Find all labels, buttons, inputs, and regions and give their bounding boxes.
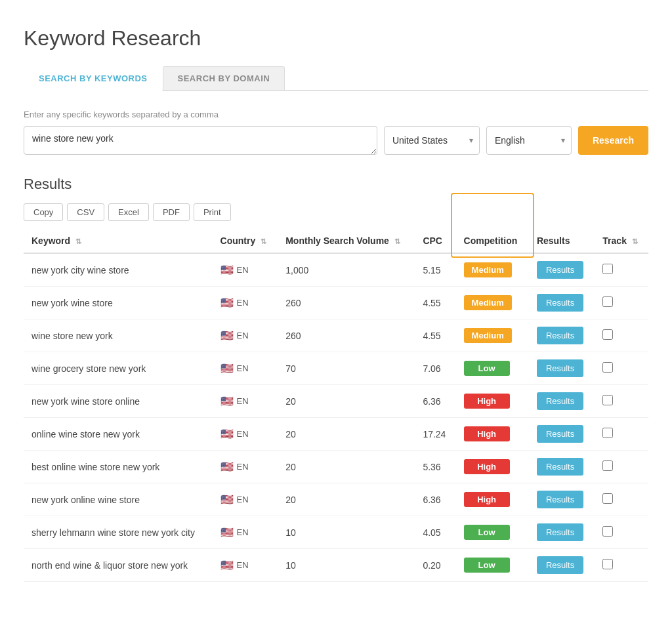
results-action-button[interactable]: Results <box>537 523 583 541</box>
cell-keyword: new york wine store online <box>24 385 213 418</box>
cell-country: 🇺🇸EN <box>213 549 278 582</box>
lang-label: EN <box>237 265 249 275</box>
track-checkbox[interactable] <box>602 362 613 373</box>
search-row: wine store new york United States United… <box>24 126 648 155</box>
cell-results-action: Results <box>529 253 595 287</box>
results-action-button[interactable]: Results <box>537 392 583 410</box>
cell-volume: 70 <box>278 352 415 385</box>
lang-label: EN <box>237 462 249 472</box>
competition-badge: Medium <box>464 262 512 277</box>
cell-country: 🇺🇸EN <box>213 516 278 549</box>
cell-country: 🇺🇸EN <box>213 483 278 516</box>
track-checkbox[interactable] <box>602 428 613 438</box>
country-select-wrapper: United States United Kingdom Canada Aust… <box>384 126 480 155</box>
print-button[interactable]: Print <box>194 203 231 221</box>
track-checkbox[interactable] <box>602 329 613 340</box>
sort-icon-keyword[interactable]: ⇅ <box>75 237 81 246</box>
cell-volume: 260 <box>278 287 415 319</box>
cell-keyword: online wine store new york <box>24 418 213 451</box>
sort-icon-country[interactable]: ⇅ <box>261 237 266 246</box>
table-row: north end wine & liquor store new york🇺🇸… <box>24 549 648 582</box>
results-table: Keyword ⇅ Country ⇅ Monthly Search Volum… <box>24 229 648 582</box>
lang-label: EN <box>237 560 249 570</box>
cell-competition: Low <box>456 516 529 549</box>
flag-icon: 🇺🇸 <box>220 329 234 342</box>
cell-volume: 20 <box>278 385 415 418</box>
cell-volume: 260 <box>278 319 415 352</box>
search-label: Enter any specific keywords separated by… <box>24 110 648 119</box>
results-section: Results Copy CSV Excel PDF Print Keyword… <box>24 176 648 582</box>
cell-volume: 10 <box>278 549 415 582</box>
track-checkbox[interactable] <box>602 493 613 504</box>
keyword-input[interactable]: wine store new york <box>24 126 377 155</box>
col-header-competition: Competition <box>456 229 529 253</box>
track-checkbox[interactable] <box>602 296 613 307</box>
cell-track <box>595 352 648 385</box>
track-checkbox[interactable] <box>602 559 613 569</box>
results-action-button[interactable]: Results <box>537 327 583 344</box>
track-checkbox[interactable] <box>602 264 613 274</box>
cell-competition: Low <box>456 549 529 582</box>
lang-label: EN <box>237 363 249 373</box>
results-action-button[interactable]: Results <box>537 294 583 312</box>
lang-label: EN <box>237 331 249 340</box>
competition-badge: Low <box>464 558 510 573</box>
results-action-button[interactable]: Results <box>537 425 583 443</box>
results-action-button[interactable]: Results <box>537 458 583 476</box>
results-action-button[interactable]: Results <box>537 491 583 508</box>
cell-competition: Medium <box>456 287 529 319</box>
cell-volume: 10 <box>278 516 415 549</box>
table-row: online wine store new york🇺🇸EN2017.24Hig… <box>24 418 648 451</box>
cell-competition: High <box>456 418 529 451</box>
track-checkbox[interactable] <box>602 526 613 537</box>
cell-country: 🇺🇸EN <box>213 287 278 319</box>
table-row: wine store new york🇺🇸EN2604.55MediumResu… <box>24 319 648 352</box>
results-title: Results <box>24 176 648 193</box>
col-header-track: Track ⇅ <box>595 229 648 253</box>
results-action-button[interactable]: Results <box>537 261 583 279</box>
tab-search-keywords[interactable]: Search by Keywords <box>24 66 163 91</box>
cell-keyword: best online wine store new york <box>24 451 213 483</box>
cell-competition: Medium <box>456 253 529 287</box>
sort-icon-volume[interactable]: ⇅ <box>394 237 400 246</box>
cell-keyword: new york city wine store <box>24 253 213 287</box>
language-select[interactable]: English Spanish French German <box>486 126 572 155</box>
tab-search-domain[interactable]: Search by Domain <box>163 66 285 90</box>
pdf-button[interactable]: PDF <box>153 203 190 221</box>
track-checkbox[interactable] <box>602 460 613 471</box>
cell-cpc: 17.24 <box>415 418 455 451</box>
flag-icon: 🇺🇸 <box>220 460 234 473</box>
copy-button[interactable]: Copy <box>24 203 63 221</box>
country-select[interactable]: United States United Kingdom Canada Aust… <box>384 126 480 155</box>
flag-icon: 🇺🇸 <box>220 526 234 539</box>
cell-cpc: 6.36 <box>415 483 455 516</box>
col-header-results: Results <box>529 229 595 253</box>
page-container: Keyword Research Search by Keywords Sear… <box>0 0 672 631</box>
lang-label: EN <box>237 495 249 504</box>
competition-badge: High <box>464 459 510 474</box>
cell-track <box>595 516 648 549</box>
table-row: new york city wine store🇺🇸EN1,0005.15Med… <box>24 253 648 287</box>
cell-competition: Low <box>456 352 529 385</box>
cell-results-action: Results <box>529 385 595 418</box>
cell-track <box>595 451 648 483</box>
language-select-wrapper: English Spanish French German <box>486 126 572 155</box>
track-checkbox[interactable] <box>602 395 613 405</box>
competition-badge: Medium <box>464 328 512 343</box>
research-button[interactable]: Research <box>578 126 648 155</box>
flag-icon: 🇺🇸 <box>220 493 234 506</box>
flag-icon: 🇺🇸 <box>220 362 234 375</box>
results-action-button[interactable]: Results <box>537 556 583 574</box>
page-title: Keyword Research <box>24 26 648 51</box>
cell-track <box>595 418 648 451</box>
cell-results-action: Results <box>529 319 595 352</box>
cell-country: 🇺🇸EN <box>213 253 278 287</box>
sort-icon-track[interactable]: ⇅ <box>632 237 638 246</box>
table-row: sherry lehmann wine store new york city🇺… <box>24 516 648 549</box>
cell-results-action: Results <box>529 549 595 582</box>
excel-button[interactable]: Excel <box>108 203 149 221</box>
results-action-button[interactable]: Results <box>537 359 583 377</box>
cell-results-action: Results <box>529 483 595 516</box>
cell-keyword: north end wine & liquor store new york <box>24 549 213 582</box>
csv-button[interactable]: CSV <box>67 203 104 221</box>
